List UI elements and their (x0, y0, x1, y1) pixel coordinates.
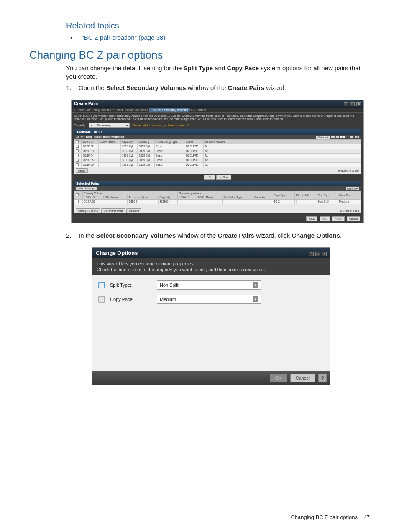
copy-pace-row: Copy Pace: Medium ▼ (98, 295, 324, 304)
step2-t4: . (340, 232, 342, 239)
edit-mirror-button[interactable]: Edit Mirror Units (101, 208, 126, 213)
bullet-icon: • (70, 34, 72, 41)
table-row[interactable]: 00:3F:003390-33339 Cyl BC Z1Non SplitMed… (74, 199, 361, 204)
maximize-icon[interactable]: □ (315, 252, 320, 256)
select-all-button-2[interactable]: Select All Pages (76, 187, 97, 190)
capacity-row: Capacity: All - Remaining: 1 The remaini… (74, 123, 361, 128)
cancel-button[interactable]: Cancel (347, 216, 360, 221)
selected-pairs-header: Selected Pairs (74, 181, 361, 186)
step-1-body: Open the Select Secondary Volumes window… (79, 84, 370, 92)
window-controls: ‾ □ ✕ (343, 101, 361, 106)
selected-footer: Change Options Edit Mirror Units Remove … (74, 208, 361, 213)
cancel-button[interactable]: Cancel (290, 374, 315, 382)
table-row[interactable]: 00:3F:063339 Cyl3339 CylBasic00:CLPR0No (74, 162, 361, 167)
capacity-value: All - Remaining: 1 (91, 124, 114, 127)
minimize-icon[interactable]: ‾ (344, 102, 348, 106)
table-group-header: Primary Volume Secondary Volume Copy Typ… (74, 191, 361, 195)
wizard-step-1: 1.Select Pair Configuration (74, 108, 109, 111)
remove-button[interactable]: Remove (126, 208, 141, 213)
capacity-dropdown[interactable]: All - Remaining: 1 (89, 123, 130, 128)
step1-b1: Select Secondary Volumes (106, 84, 186, 91)
filter-label[interactable]: &Filter (76, 136, 84, 139)
filter-off-button[interactable]: OFF (94, 136, 102, 138)
available-selected-count: Selected: 0 of 394 (338, 169, 359, 172)
footer-page-number: 47 (364, 514, 370, 520)
step-2-body: In the Select Secondary Volumes window o… (79, 231, 370, 240)
dialog-titlebar: Change Options ‾ □ ✕ (92, 248, 330, 258)
capacity-label: Capacity: (74, 124, 86, 127)
page-prev-button[interactable]: ‹ (336, 136, 339, 138)
split-type-dropdown[interactable]: Non Split ▼ (157, 280, 261, 290)
back-button[interactable]: Back (306, 216, 317, 221)
secondary-volume-group: Secondary Volume (177, 191, 272, 195)
selected-pairs-table: Primary Volume Secondary Volume Copy Typ… (74, 191, 361, 208)
col-split-type: Split Type (317, 191, 338, 199)
detail-button[interactable]: Detail (76, 168, 88, 173)
close-icon[interactable]: ✕ (322, 252, 327, 256)
set-button[interactable]: ▾ Set (204, 175, 215, 180)
create-pairs-screenshot: Create Pairs ‾ □ ✕ 1.Select Pair Configu… (71, 100, 364, 223)
related-link[interactable]: "BC Z pair creation" (page 38) (82, 34, 165, 41)
copy-pace-dropdown[interactable]: Medium ▼ (157, 295, 261, 304)
primary-volume-group: Primary Volume (82, 191, 177, 195)
dialog-instructions: This wizard lets you edit one or more pr… (92, 258, 330, 275)
split-type-label: Split Type: (110, 283, 152, 288)
available-toolbar: &Filter ON OFF Select All Pages Options … (74, 135, 361, 139)
step1-b2: Create Pairs (228, 84, 265, 91)
section-title: Changing BC Z pair options (29, 49, 370, 62)
col-capacity: Capacity (120, 139, 137, 144)
col-capacity2: Capacity (138, 139, 154, 144)
ok-button[interactable]: OK (270, 374, 287, 382)
page-next-button[interactable]: › (350, 136, 353, 138)
minimize-icon[interactable]: ‾ (309, 252, 314, 256)
chevron-down-icon: ▼ (253, 296, 258, 302)
window-titlebar: Create Pairs ‾ □ ✕ (72, 100, 363, 108)
filter-on-button[interactable]: ON (86, 136, 92, 138)
help-button[interactable]: ? (318, 374, 327, 382)
dialog-form: Split Type: Non Split ▼ Copy Pace: Mediu… (92, 275, 330, 371)
page-total: / 1 (346, 136, 349, 139)
step1-t2: window of the (186, 84, 228, 91)
table-row[interactable]: 00:3F:033339 Cyl3339 CylBasic00:CLPR0No (74, 149, 361, 153)
options-label: Options (347, 188, 356, 190)
table-row-empty (74, 204, 361, 208)
related-link-suffix: . (165, 34, 167, 41)
options-label: Options (317, 136, 326, 139)
wizard-step-2: 2.Select Primary Volumes (112, 108, 146, 111)
table-header-row: LDEV ID LDEV Name Capacity Capacity Prov… (74, 139, 361, 144)
footer-section-name: Changing BC Z pair options (291, 514, 358, 520)
maximize-icon[interactable]: □ (350, 102, 355, 106)
change-options-screenshot: Change Options ‾ □ ✕ This wizard lets yo… (92, 247, 330, 386)
page-first-button[interactable]: |‹ (331, 136, 335, 138)
checkbox-header[interactable] (74, 139, 82, 144)
table-row[interactable]: 00:3F:043339 Cyl3339 CylBasic00:CLPR0No (74, 153, 361, 158)
selected-toolbar: Select All Pages Options ▾ (74, 186, 361, 191)
wizard-step-4: 4.Confirm (193, 108, 206, 111)
intro-text: You can change the default setting for t… (66, 64, 184, 72)
select-all-button[interactable]: Select All Pages (103, 136, 124, 138)
clear-button[interactable]: ▲ Clear (216, 175, 231, 180)
table-row[interactable]: 00:3F:053339 Cyl3339 CylBasic00:CLPR0No (74, 158, 361, 162)
split-type-checkbox[interactable] (98, 282, 105, 288)
options-button[interactable]: Options ▾ (316, 136, 329, 139)
related-topics-item: • "BC Z pair creation" (page 38). (70, 34, 370, 41)
copy-pace-checkbox[interactable] (98, 296, 105, 303)
close-icon[interactable]: ✕ (356, 102, 361, 106)
next-button[interactable]: Next (320, 216, 330, 221)
related-topics-heading: Related topics (66, 21, 370, 31)
available-footer: Detail Selected: 0 of 394 (74, 167, 361, 174)
table-row[interactable]: 00:3F:023339 Cyl3339 CylBasic00:CLPR0No (74, 144, 361, 149)
options-button-2[interactable]: Options ▾ (346, 187, 359, 190)
selected-count: Selected: 0 of 1 (340, 209, 359, 212)
page-number[interactable]: 1 (340, 136, 344, 138)
finish-button[interactable]: Finish (332, 216, 344, 221)
dialog-title: Change Options (96, 250, 138, 256)
page-last-button[interactable]: ›| (355, 136, 359, 138)
intro-bold-split: Split Type (184, 64, 213, 72)
window-controls: ‾ □ ✕ (309, 250, 327, 256)
change-options-button[interactable]: Change Options (76, 208, 100, 213)
wizard-step-3-active: 3.Select Secondary Volumes (149, 108, 190, 112)
dialog-instr-line1: This wizard lets you edit one or more pr… (97, 261, 326, 267)
copy-pace-value: Medium (160, 297, 176, 302)
section-intro: You can change the default setting for t… (66, 64, 370, 81)
